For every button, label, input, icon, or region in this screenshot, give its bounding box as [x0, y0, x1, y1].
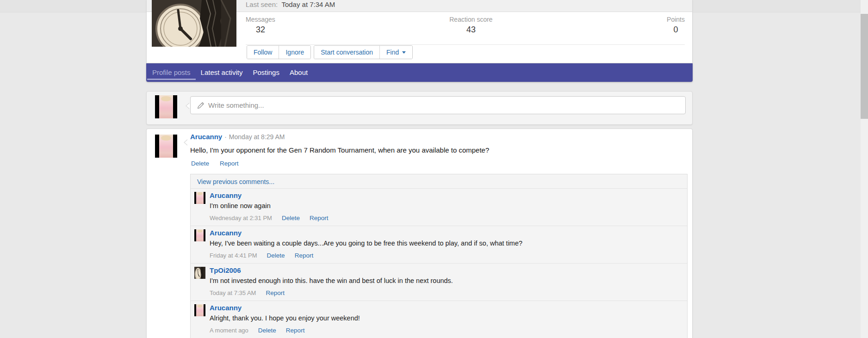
find-button[interactable]: Find — [379, 46, 412, 59]
pink-avatar-hat — [198, 230, 203, 233]
comment-list: Arucanny I'm online now again Wednesday … — [191, 189, 687, 338]
ignore-button[interactable]: Ignore — [279, 46, 310, 59]
post-author-link[interactable]: Arucanny — [190, 133, 222, 141]
stat-value: 32 — [246, 25, 275, 35]
comment-author-link[interactable]: Arucanny — [210, 191, 242, 199]
member-header-card: Last seen: Today at 7:34 AM — [146, 0, 693, 63]
pink-avatar-hat — [161, 135, 171, 141]
stat-label: Points — [667, 16, 685, 23]
comment-author-link[interactable]: Arucanny — [210, 229, 242, 237]
comment-author-avatar[interactable] — [194, 192, 205, 204]
stat-pair: Messages 32 — [246, 16, 275, 35]
composer-bubble-arrow — [186, 103, 189, 109]
view-previous-comments-link[interactable]: View previous comments... — [197, 178, 274, 185]
stat-value: 43 — [449, 25, 492, 35]
scrollbar-thumb[interactable] — [861, 14, 868, 119]
comment-row: Arucanny Hey, I've been waiting a couple… — [191, 226, 687, 264]
comment-meta: A moment ago DeleteReport — [210, 327, 304, 334]
profile-avatar[interactable] — [152, 0, 236, 47]
comments-header-row: View previous comments... — [191, 174, 687, 189]
comment-author-link[interactable]: TpOi2006 — [210, 266, 241, 274]
write-something-input[interactable]: Write something... — [190, 96, 686, 114]
content-column: Last seen: Today at 7:34 AM — [146, 0, 693, 338]
profile-action-buttons: FollowIgnoreStart conversationFind — [247, 45, 413, 59]
report-link[interactable]: Report — [266, 289, 285, 296]
report-link[interactable]: Report — [295, 252, 314, 259]
post-bubble-arrow — [184, 139, 187, 146]
stats-divider — [246, 44, 685, 45]
comment-row: Arucanny I'm online now again Wednesday … — [191, 189, 687, 226]
comment-meta: Today at 7:35 AM Report — [210, 289, 285, 296]
comment-author-link[interactable]: Arucanny — [210, 304, 242, 312]
post-header: Arucanny·Monday at 8:29 AM — [190, 133, 285, 141]
scrollbar-track[interactable] — [861, 0, 868, 338]
tab-latest-activity[interactable]: Latest activity — [196, 63, 248, 82]
comment-timestamp-link[interactable]: Friday at 4:41 PM — [210, 252, 257, 259]
comment-author-avatar[interactable] — [194, 267, 205, 279]
composer-placeholder: Write something... — [208, 101, 264, 109]
current-user-avatar[interactable] — [155, 95, 177, 118]
post-body-text: Hello, I'm your opponent for the Gen 7 R… — [190, 146, 674, 155]
comment-body-text: I'm online now again — [210, 202, 678, 210]
comment-timestamp-link[interactable]: A moment ago — [210, 327, 248, 334]
post-actions: DeleteReport — [191, 160, 239, 167]
delete-link[interactable]: Delete — [191, 160, 209, 167]
comment-body-text: Hey, I've been waiting a couple days...A… — [210, 239, 678, 247]
post-separator: · — [224, 133, 227, 141]
profile-post-composer-card: Write something... — [146, 91, 693, 125]
pink-avatar-hat — [198, 305, 203, 307]
start-conversation-button[interactable]: Start conversation — [314, 46, 379, 59]
comment-meta: Wednesday at 2:31 PM DeleteReport — [210, 215, 328, 221]
pink-avatar-hat — [161, 96, 171, 101]
stat-label: Reaction score — [449, 16, 492, 23]
stat-pair: Points 0 — [667, 16, 685, 35]
button-group: Start conversationFind — [314, 45, 413, 59]
comment-row: TpOi2006 I'm not invested enough into th… — [191, 264, 687, 301]
comment-body-text: Alright, thank you. I hope you enjoy you… — [210, 314, 678, 322]
post-timestamp-link[interactable]: Monday at 8:29 AM — [229, 133, 285, 141]
button-group: FollowIgnore — [247, 45, 311, 59]
clock-avatar-art — [194, 267, 205, 279]
comment-meta: Friday at 4:41 PM DeleteReport — [210, 252, 313, 259]
delete-link[interactable]: Delete — [267, 252, 285, 259]
stat-label: Messages — [246, 16, 275, 23]
tab-postings[interactable]: Postings — [248, 63, 285, 82]
stat-pair: Reaction score 43 — [449, 16, 492, 35]
report-link[interactable]: Report — [220, 160, 239, 167]
comment-author-avatar[interactable] — [194, 229, 205, 241]
profile-page: Last seen: Today at 7:34 AM — [0, 0, 868, 338]
profile-post-card: Arucanny·Monday at 8:29 AM Hello, I'm yo… — [146, 129, 693, 338]
chevron-down-icon — [402, 51, 406, 54]
stat-value: 0 — [667, 25, 685, 35]
report-link[interactable]: Report — [310, 215, 329, 221]
follow-button[interactable]: Follow — [247, 46, 279, 59]
comment-row: Arucanny Alright, thank you. I hope you … — [191, 301, 687, 338]
last-seen-label: Last seen: — [246, 0, 278, 8]
delete-link[interactable]: Delete — [282, 215, 300, 221]
last-seen-value: Today at 7:34 AM — [281, 0, 335, 8]
comment-body-text: I'm not invested enough into this. have … — [210, 277, 678, 285]
comments-box: View previous comments... Arucanny I'm o… — [190, 174, 688, 338]
report-link[interactable]: Report — [286, 327, 305, 334]
member-stats: Messages 32 Reaction score 43 Points 0 — [246, 12, 685, 44]
profile-tab-bar: Profile postsLatest activityPostingsAbou… — [146, 63, 693, 82]
delete-link[interactable]: Delete — [258, 327, 276, 334]
comment-timestamp-link[interactable]: Wednesday at 2:31 PM — [210, 215, 272, 221]
post-author-avatar[interactable] — [155, 135, 177, 158]
comment-timestamp-link[interactable]: Today at 7:35 AM — [210, 289, 256, 296]
pencil-icon — [197, 102, 205, 109]
pink-avatar-hat — [198, 192, 203, 195]
clock-avatar-art — [152, 0, 236, 47]
comment-author-avatar[interactable] — [194, 304, 205, 316]
tab-profile-posts[interactable]: Profile posts — [147, 63, 196, 82]
tab-about[interactable]: About — [285, 63, 313, 82]
